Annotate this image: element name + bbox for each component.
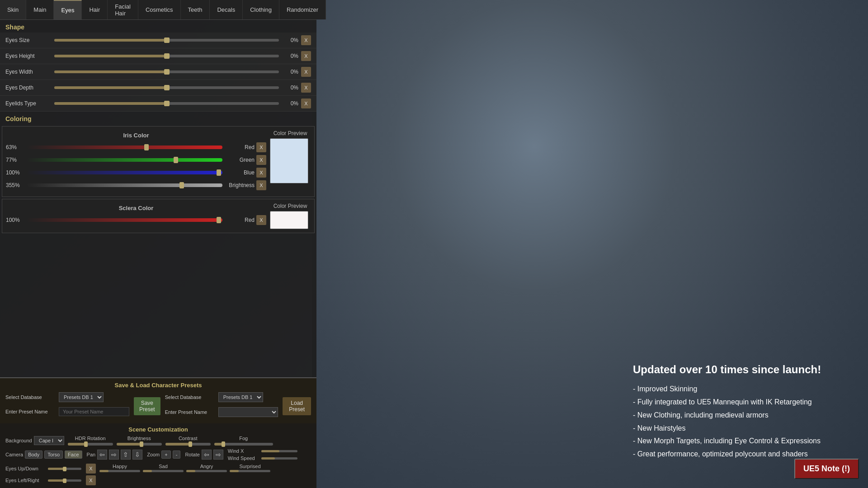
eyes-depth-label: Eyes Depth [5, 84, 51, 91]
eyes-left-right-label: Eyes Left/Right [5, 478, 46, 483]
iris-brightness-track[interactable] [27, 183, 222, 187]
iris-red-track[interactable] [27, 145, 222, 149]
iris-brightness-pct: 355% [6, 182, 24, 188]
surprised-label: Surprised [239, 464, 260, 469]
camera-face-btn[interactable]: Face [65, 450, 82, 459]
eyes-size-reset[interactable]: X [301, 35, 311, 45]
tab-bar: Skin Main Eyes Hair Facial Hair Cosmetic… [0, 0, 316, 20]
iris-blue-row: 100% Blue X [6, 168, 266, 178]
eyes-up-down-slider[interactable] [48, 468, 81, 470]
sclera-red-thumb [217, 217, 221, 223]
eyelids-type-reset[interactable]: X [301, 99, 311, 108]
eyes-depth-reset[interactable]: X [301, 83, 311, 93]
angry-label: Angry [200, 464, 213, 469]
sclera-red-reset[interactable]: X [256, 215, 266, 225]
load-name-select[interactable] [218, 407, 278, 417]
pan-right-btn[interactable]: ⇨ [109, 450, 119, 460]
tab-decals[interactable]: Decals [210, 0, 243, 19]
eyes-depth-thumb [164, 85, 170, 90]
iris-green-reset[interactable]: X [256, 155, 266, 165]
iris-brightness-thumb [179, 182, 184, 188]
angry-slider[interactable] [186, 470, 227, 472]
save-name-row: Enter Preset Name [5, 407, 129, 416]
eyes-left-right-row: Eyes Left/Right X [5, 475, 96, 485]
load-db-select[interactable]: Presets DB 1 [218, 392, 263, 402]
wind-speed-slider[interactable] [261, 457, 297, 460]
tab-facial-hair[interactable]: Facial Hair [108, 0, 138, 19]
contrast-slider[interactable] [165, 443, 211, 446]
pan-up-btn[interactable]: ⇧ [121, 450, 131, 460]
iris-red-row: 63% Red X [6, 142, 266, 152]
eyes-left-right-reset[interactable]: X [86, 475, 96, 485]
pan-down-btn[interactable]: ⇩ [132, 450, 142, 460]
tab-cosmetics[interactable]: Cosmetics [138, 0, 181, 19]
wind-x-slider[interactable] [261, 450, 297, 452]
iris-blue-thumb [217, 169, 221, 176]
surprised-slider[interactable] [230, 470, 270, 472]
save-db-row: Select Database Presets DB 1 [5, 392, 129, 402]
load-db-label: Select Database [165, 394, 215, 400]
ue5-note-button[interactable]: UE5 Note (!) [794, 459, 859, 479]
hdr-slider[interactable] [68, 443, 113, 446]
eyes-width-reset[interactable]: X [301, 67, 311, 77]
eyelids-type-value: 0% [283, 100, 298, 107]
eyes-width-track[interactable] [54, 70, 279, 73]
background-select[interactable]: Cape I [34, 436, 64, 445]
save-db-select[interactable]: Presets DB 1 [59, 392, 104, 402]
save-name-input[interactable] [59, 407, 129, 416]
tab-randomizer[interactable]: Randomizer [279, 0, 326, 19]
wind-speed-row: Wind Speed [228, 455, 297, 461]
eyes-height-track[interactable] [54, 55, 279, 57]
tab-clothing[interactable]: Clothing [243, 0, 279, 19]
eyes-size-fill [54, 39, 167, 42]
iris-green-name: Green [225, 157, 255, 163]
tab-teeth[interactable]: Teeth [181, 0, 210, 19]
happy-slider[interactable] [99, 470, 140, 472]
info-point-2: - Fully integrated to UE5 Mannequin with… [633, 396, 859, 409]
panel-content: Shape Eyes Size 0% X Eyes Height 0% X [0, 20, 316, 377]
sclera-red-track[interactable] [27, 218, 222, 222]
eyes-width-value: 0% [283, 69, 298, 75]
wind-speed-label: Wind Speed [228, 455, 259, 461]
load-preset-button[interactable]: Load Preset [283, 397, 311, 415]
pan-left-btn[interactable]: ⇦ [97, 450, 107, 460]
angry-ctrl: Angry [186, 464, 227, 472]
tab-main[interactable]: Main [26, 0, 54, 19]
eyes-height-reset[interactable]: X [301, 51, 311, 61]
iris-brightness-reset[interactable]: X [256, 180, 266, 190]
iris-red-reset[interactable]: X [256, 142, 266, 152]
iris-blue-track[interactable] [27, 171, 222, 174]
rotate-right-btn[interactable]: ⇨ [213, 450, 223, 460]
tab-eyes[interactable]: Eyes [54, 0, 82, 19]
eyes-size-track[interactable] [54, 39, 279, 42]
sclera-color-preview: Color Preview [270, 203, 311, 229]
iris-blue-reset[interactable]: X [256, 168, 266, 178]
surprised-ctrl: Surprised [230, 464, 270, 472]
iris-color-preview: Color Preview [270, 130, 311, 193]
zoom-in-btn[interactable]: + [161, 450, 170, 459]
eyes-depth-fill [54, 86, 167, 89]
rotate-label: Rotate [185, 452, 199, 457]
info-point-5: - New Morph Targets, including Eye Contr… [633, 435, 859, 448]
sad-slider[interactable] [143, 470, 184, 472]
rotate-left-btn[interactable]: ⇦ [202, 450, 212, 460]
camera-torso-btn[interactable]: Torso [44, 450, 63, 459]
brightness-slider[interactable] [117, 443, 162, 446]
eyes-up-down-reset[interactable]: X [86, 464, 96, 474]
eyes-depth-track[interactable] [54, 86, 279, 89]
zoom-out-btn[interactable]: - [173, 450, 181, 459]
sclera-red-pct: 100% [6, 217, 24, 223]
iris-brightness-row: 355% Brightness X [6, 180, 266, 190]
tab-hair[interactable]: Hair [82, 0, 108, 19]
fog-ctrl: Fog [214, 436, 273, 446]
eyes-size-value: 0% [283, 37, 298, 43]
tab-skin[interactable]: Skin [0, 0, 26, 19]
fog-slider[interactable] [214, 443, 273, 446]
eyes-height-value: 0% [283, 53, 298, 59]
eyes-left-right-slider[interactable] [48, 479, 81, 482]
camera-body-btn[interactable]: Body [25, 450, 42, 459]
save-preset-button[interactable]: Save Preset [134, 397, 160, 415]
coloring-section-header: Coloring [0, 112, 316, 124]
eyelids-type-track[interactable] [54, 102, 279, 105]
iris-green-track[interactable] [27, 158, 222, 162]
